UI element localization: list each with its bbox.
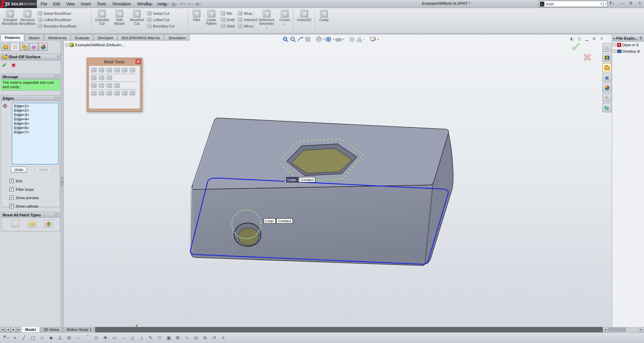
tab-dimxpert-manager[interactable]: ◎ [29,43,38,51]
file-explorer-item[interactable]: +Desktop (k [612,48,644,54]
confirmation-ok-icon[interactable]: ✔ [571,40,582,54]
core-icon[interactable] [129,91,135,96]
draft-button[interactable]: Draft [219,16,234,23]
box-front-face[interactable] [191,183,433,266]
collapse-chevron-icon[interactable]: ⌃⌃ [55,97,58,100]
lofted-cut-button[interactable]: Lofted Cut [146,16,174,23]
scale-icon[interactable] [114,83,120,88]
filter-solid-bodies-icon[interactable]: ◆ [48,335,54,341]
edge-list-item[interactable]: Edge<2> [14,108,56,113]
filter-surface-finish-icon[interactable]: △ [129,335,136,341]
edge-list-item[interactable]: Edge<7> [14,130,56,134]
callout-anchor-dot[interactable] [260,222,262,224]
ruled-surface-icon[interactable] [106,68,112,72]
close-app-button[interactable]: ✕ [637,1,643,5]
apply-scene-icon[interactable] [356,36,363,43]
minimize-document-button[interactable]: ▁ [584,37,589,41]
checkbox-knit[interactable]: ✓Knit [9,177,39,185]
collapse-chevron-icon[interactable]: ⌃⌃ [55,213,58,216]
panel-splitter[interactable]: ◂ [61,35,64,327]
apply-scene-caret[interactable]: ▾ [364,38,365,41]
collapse-panel-arrow[interactable]: ◂ [61,177,64,186]
tab-sketch[interactable]: Sketch [24,35,44,41]
filter-cosmetic-threads-icon[interactable]: ∿ [184,335,190,341]
undo-button[interactable]: Undo [11,167,27,173]
parting-lines-icon[interactable] [99,91,104,96]
loop-callout-top[interactable]: Loop: Contact [286,177,315,182]
lofted-boss-base-button[interactable]: Lofted Boss/Base [36,16,76,23]
menu-view[interactable]: View [63,2,78,6]
parting-line-analysis-icon[interactable] [106,75,112,80]
checkbox-show-callouts[interactable]: ✓Show callouts [9,202,39,210]
revolved-cut-button[interactable]: Revolved Cut [128,9,146,25]
edges-selection-list[interactable]: Edge<1>Edge<2>Edge<3>Edge<4>Edge<5>Edge<… [12,103,59,165]
checkbox-checked-icon[interactable]: ✓ [9,179,14,183]
filter-datums-icon[interactable]: ▣ [166,335,172,341]
hide-show-items-icon[interactable] [335,36,342,43]
linear-pattern-button[interactable]: Linear Pattern [203,9,219,25]
options-button[interactable]: ⚙▾ [195,2,202,7]
undo-button[interactable]: ↶▾ [179,2,186,7]
task-pane-tab-appearances-scenes[interactable] [602,83,611,92]
filter-connection-points-icon[interactable]: ⊕ [202,335,208,341]
filter-dimensions-icon[interactable]: ↔ [120,335,126,341]
planar-surface-icon[interactable] [91,68,97,72]
scroll-right-button[interactable]: ▶ [639,327,644,332]
reference-geometry-button[interactable]: Reference Geometry▾ [256,9,277,30]
draft-icon[interactable] [99,83,104,88]
redo-button[interactable]: Redo [36,167,52,173]
filter-center-marks-icon[interactable]: ✚ [102,335,108,341]
shell-button[interactable]: Shell [219,23,234,29]
tab-nav-button-0[interactable]: |◀ [0,327,5,332]
draft-analysis-icon[interactable] [91,75,97,80]
extruded-cut-button[interactable]: Extruded Cut [93,9,111,25]
cavity-button[interactable]: Cavity [317,9,331,22]
edges-group-header[interactable]: Edges ⌃⌃ [1,96,60,101]
scroll-left-button[interactable]: ◀ [603,327,608,332]
all-contact-button[interactable] [11,220,19,227]
restore-app-button[interactable]: ⧉ [628,1,634,5]
mold-tools-titlebar[interactable]: Mold Tools x [87,58,142,65]
cancel-button[interactable]: ✖ [11,62,16,68]
filter-blocks-icon[interactable]: ⊠ [175,335,181,341]
task-pane-tab-solidworks-forum[interactable] [602,103,611,112]
tab-feature-manager[interactable] [1,43,10,51]
extruded-boss-base-button[interactable]: Extruded Boss/Base [1,9,19,25]
filter-axes-icon[interactable]: ∠ [57,335,63,341]
curves-button[interactable]: Curves▾ [277,9,292,26]
zoom-to-area-icon[interactable] [290,36,296,43]
extend-surface-icon[interactable] [114,68,120,72]
tab-property-manager[interactable] [10,43,19,51]
mold-tools-close-button[interactable]: x [136,59,141,64]
model-tab-model[interactable]: Model [21,327,40,332]
filter-hatch-icon[interactable]: ≡ [220,335,226,341]
revolved-boss-base-button[interactable]: Revolved Boss/Base [19,9,36,25]
instant3d-button[interactable]: Instant3D [295,9,313,22]
edge-list-item[interactable]: Edge<3> [14,113,56,117]
task-pane-tab-design-library[interactable] [602,53,611,62]
filter-funnel-button[interactable]: ▾ [3,336,9,340]
shut-off-surfaces-icon[interactable] [106,91,112,96]
search-dropdown-caret[interactable]: ▾ [605,2,606,5]
checkbox-checked-icon[interactable]: ✓ [9,204,14,208]
restore-document-button[interactable]: ⧉ [592,37,597,41]
tab-nav-button-2[interactable]: ▶ [11,327,16,332]
mold-tools-palette[interactable]: Mold Tools x [87,58,142,112]
tooling-split-icon[interactable] [122,91,127,96]
menu-file[interactable]: File [38,2,50,6]
menu-tools[interactable]: Tools [94,2,109,6]
search-commands-icon[interactable]: >_ [540,2,544,6]
model-tab-3d-views[interactable]: 3D Views [40,327,63,332]
view-settings-icon[interactable] [370,36,376,43]
tab-simulation[interactable]: Simulation [164,35,190,41]
tab-features[interactable]: Features [1,34,24,41]
tab-display-manager[interactable] [39,43,48,51]
swept-boss-base-button[interactable]: Swept Boss/Base [36,10,76,16]
tree-expand-icon[interactable]: + [613,43,616,46]
offset-surface-icon[interactable] [99,68,104,72]
close-document-button[interactable]: ✕ [599,37,604,41]
section-view-icon[interactable] [305,36,311,43]
task-pane-tab-view-palette[interactable]: ▣ [602,73,611,82]
tab-solidworks-add-ins[interactable]: SOLIDWORKS Add-Ins [117,35,164,41]
menu-insert[interactable]: Insert [78,2,94,6]
